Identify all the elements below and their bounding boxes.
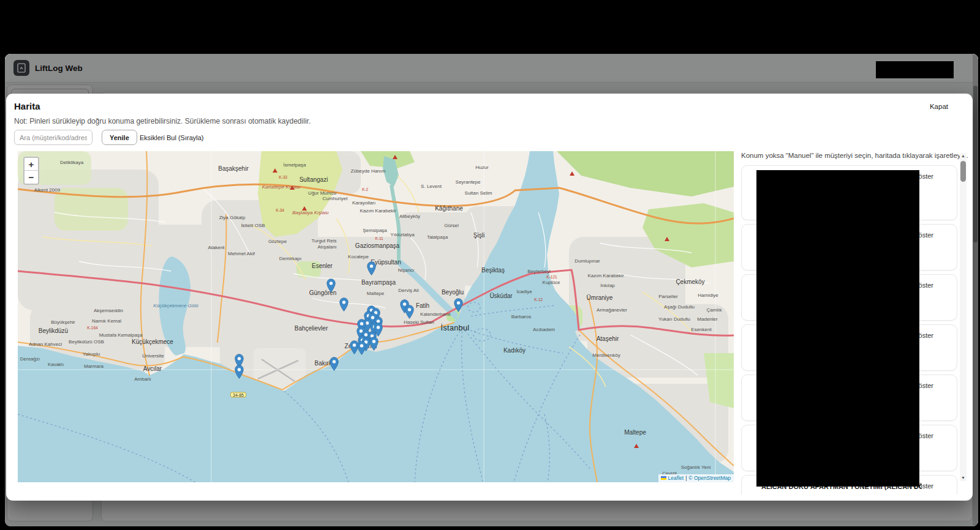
map-zoom-control: + − [23, 157, 39, 185]
map-pin[interactable] [369, 337, 379, 351]
map-pin[interactable] [330, 357, 339, 371]
map-pin[interactable] [405, 305, 414, 319]
scroll-up-icon[interactable]: ▲ [960, 153, 967, 159]
list-scrollbar[interactable]: ▲ ▼ [960, 153, 967, 481]
customer-list: Göster Göster Göster Göster Göster Göste… [741, 164, 957, 495]
map-pin[interactable] [339, 297, 349, 312]
map-pin[interactable] [235, 365, 244, 379]
list-scrollbar-thumb[interactable] [960, 161, 966, 182]
zoom-out-button[interactable]: − [24, 171, 38, 184]
search-input[interactable] [14, 130, 92, 145]
screenshot-stage: LiftLog Web Dashboard Harita Kapat Not: … [0, 0, 980, 530]
map-canvas[interactable]: BaşakşehirDeliklikayaAlkent 2009İsmetpaş… [18, 151, 734, 482]
panel-instruction: Konum yoksa “Manuel” ile müşteriyi seçin… [741, 152, 973, 159]
modal-note: Not: Pinleri sürükleyip doğru konuma get… [14, 117, 311, 125]
find-missing-button[interactable]: Eksikleri Bul (Sırayla) [135, 130, 209, 145]
map-pins-layer [18, 151, 734, 482]
leaflet-link[interactable]: Leaflet [668, 475, 684, 481]
scroll-down-icon[interactable]: ▼ [960, 475, 967, 481]
attribution-separator: | [685, 475, 687, 481]
redacted-customer-data-box [756, 170, 919, 487]
map-attribution: Leaflet | © OpenStreetMap [658, 474, 734, 482]
map-pin[interactable] [454, 298, 463, 313]
customer-panel: Konum yoksa “Manuel” ile müşteriyi seçin… [741, 152, 973, 496]
modal-title: Harita [14, 101, 40, 111]
map-modal: Harita Kapat Not: Pinleri sürükleyip doğ… [6, 94, 973, 501]
osm-link[interactable]: © OpenStreetMap [688, 475, 731, 481]
map-pin[interactable] [367, 261, 376, 276]
zoom-in-button[interactable]: + [24, 158, 38, 171]
refresh-button[interactable]: Yenile [102, 130, 137, 145]
map-pin[interactable] [326, 278, 336, 293]
map-pin[interactable] [357, 341, 366, 356]
ukraine-flag-icon [661, 476, 666, 480]
close-button[interactable]: Kapat [930, 103, 948, 110]
